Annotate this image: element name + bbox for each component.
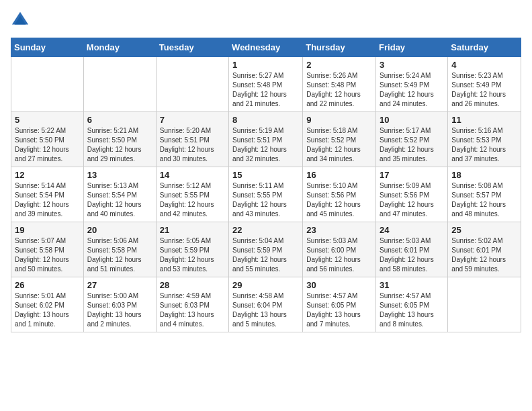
- calendar-cell: [83, 57, 156, 112]
- weekday-header-row: SundayMondayTuesdayWednesdayThursdayFrid…: [11, 38, 521, 57]
- weekday-header-sunday: Sunday: [11, 38, 84, 57]
- weekday-header-monday: Monday: [83, 38, 156, 57]
- day-number: 21: [160, 225, 225, 235]
- logo-icon: [11, 11, 30, 30]
- calendar-cell: 18Sunrise: 5:08 AM Sunset: 5:57 PM Dayli…: [448, 167, 521, 222]
- calendar-cell: 24Sunrise: 5:03 AM Sunset: 6:01 PM Dayli…: [376, 222, 448, 277]
- calendar-cell: 5Sunrise: 5:22 AM Sunset: 5:50 PM Daylig…: [11, 112, 84, 167]
- day-info: Sunrise: 5:19 AM Sunset: 5:51 PM Dayligh…: [232, 126, 299, 164]
- day-info: Sunrise: 5:02 AM Sunset: 6:01 PM Dayligh…: [451, 236, 517, 274]
- calendar-week-row: 19Sunrise: 5:07 AM Sunset: 5:58 PM Dayli…: [11, 222, 521, 277]
- weekday-header-friday: Friday: [376, 38, 448, 57]
- day-number: 30: [306, 280, 372, 290]
- day-info: Sunrise: 5:27 AM Sunset: 5:48 PM Dayligh…: [232, 71, 299, 109]
- day-number: 8: [232, 115, 299, 125]
- calendar-cell: 9Sunrise: 5:18 AM Sunset: 5:52 PM Daylig…: [303, 112, 376, 167]
- day-number: 19: [15, 225, 80, 235]
- weekday-header-wednesday: Wednesday: [229, 38, 303, 57]
- day-number: 12: [15, 170, 80, 180]
- day-number: 16: [306, 170, 372, 180]
- day-number: 26: [15, 280, 80, 290]
- day-info: Sunrise: 5:20 AM Sunset: 5:51 PM Dayligh…: [160, 126, 225, 164]
- day-number: 22: [232, 225, 299, 235]
- day-info: Sunrise: 5:14 AM Sunset: 5:54 PM Dayligh…: [15, 181, 80, 219]
- day-number: 25: [451, 225, 517, 235]
- day-info: Sunrise: 5:08 AM Sunset: 5:57 PM Dayligh…: [451, 181, 517, 219]
- day-info: Sunrise: 5:03 AM Sunset: 6:00 PM Dayligh…: [306, 236, 372, 274]
- calendar-cell: 13Sunrise: 5:13 AM Sunset: 5:54 PM Dayli…: [83, 167, 156, 222]
- day-info: Sunrise: 5:26 AM Sunset: 5:48 PM Dayligh…: [306, 71, 372, 109]
- day-info: Sunrise: 5:16 AM Sunset: 5:53 PM Dayligh…: [451, 126, 517, 164]
- day-number: 13: [87, 170, 152, 180]
- day-info: Sunrise: 5:03 AM Sunset: 6:01 PM Dayligh…: [380, 236, 444, 274]
- day-info: Sunrise: 5:07 AM Sunset: 5:58 PM Dayligh…: [15, 236, 80, 274]
- day-number: 14: [160, 170, 225, 180]
- day-number: 24: [380, 225, 444, 235]
- calendar-cell: 6Sunrise: 5:21 AM Sunset: 5:50 PM Daylig…: [83, 112, 156, 167]
- day-info: Sunrise: 5:23 AM Sunset: 5:49 PM Dayligh…: [451, 71, 517, 109]
- day-number: 20: [87, 225, 152, 235]
- calendar-cell: 29Sunrise: 4:58 AM Sunset: 6:04 PM Dayli…: [229, 277, 303, 332]
- calendar-cell: 28Sunrise: 4:59 AM Sunset: 6:03 PM Dayli…: [156, 277, 228, 332]
- day-info: Sunrise: 5:09 AM Sunset: 5:56 PM Dayligh…: [380, 181, 444, 219]
- calendar-week-row: 1Sunrise: 5:27 AM Sunset: 5:48 PM Daylig…: [11, 57, 521, 112]
- day-info: Sunrise: 4:57 AM Sunset: 6:05 PM Dayligh…: [380, 291, 444, 329]
- calendar-cell: 25Sunrise: 5:02 AM Sunset: 6:01 PM Dayli…: [448, 222, 521, 277]
- day-number: 1: [232, 60, 299, 70]
- day-info: Sunrise: 4:57 AM Sunset: 6:05 PM Dayligh…: [306, 291, 372, 329]
- day-number: 27: [87, 280, 152, 290]
- day-number: 28: [160, 280, 225, 290]
- day-info: Sunrise: 5:17 AM Sunset: 5:52 PM Dayligh…: [380, 126, 444, 164]
- calendar-cell: 15Sunrise: 5:11 AM Sunset: 5:55 PM Dayli…: [229, 167, 303, 222]
- calendar-cell: [11, 57, 84, 112]
- day-info: Sunrise: 5:24 AM Sunset: 5:49 PM Dayligh…: [380, 71, 444, 109]
- calendar-table: SundayMondayTuesdayWednesdayThursdayFrid…: [11, 38, 521, 332]
- calendar-cell: 22Sunrise: 5:04 AM Sunset: 5:59 PM Dayli…: [229, 222, 303, 277]
- calendar-cell: 1Sunrise: 5:27 AM Sunset: 5:48 PM Daylig…: [229, 57, 303, 112]
- day-info: Sunrise: 5:04 AM Sunset: 5:59 PM Dayligh…: [232, 236, 299, 274]
- day-number: 29: [232, 280, 299, 290]
- day-info: Sunrise: 5:22 AM Sunset: 5:50 PM Dayligh…: [15, 126, 80, 164]
- day-number: 23: [306, 225, 372, 235]
- day-number: 11: [451, 115, 517, 125]
- calendar-cell: 10Sunrise: 5:17 AM Sunset: 5:52 PM Dayli…: [376, 112, 448, 167]
- day-info: Sunrise: 4:58 AM Sunset: 6:04 PM Dayligh…: [232, 291, 299, 329]
- calendar-week-row: 26Sunrise: 5:01 AM Sunset: 6:02 PM Dayli…: [11, 277, 521, 332]
- calendar-cell: 16Sunrise: 5:10 AM Sunset: 5:56 PM Dayli…: [303, 167, 376, 222]
- calendar-cell: 17Sunrise: 5:09 AM Sunset: 5:56 PM Dayli…: [376, 167, 448, 222]
- day-number: 2: [306, 60, 372, 70]
- day-number: 7: [160, 115, 225, 125]
- calendar-cell: 8Sunrise: 5:19 AM Sunset: 5:51 PM Daylig…: [229, 112, 303, 167]
- calendar-cell: 14Sunrise: 5:12 AM Sunset: 5:55 PM Dayli…: [156, 167, 228, 222]
- day-number: 31: [380, 280, 444, 290]
- day-info: Sunrise: 5:06 AM Sunset: 5:58 PM Dayligh…: [87, 236, 152, 274]
- day-info: Sunrise: 5:00 AM Sunset: 6:03 PM Dayligh…: [87, 291, 152, 329]
- page-header: [11, 11, 521, 30]
- calendar-cell: 7Sunrise: 5:20 AM Sunset: 5:51 PM Daylig…: [156, 112, 228, 167]
- calendar-week-row: 5Sunrise: 5:22 AM Sunset: 5:50 PM Daylig…: [11, 112, 521, 167]
- day-number: 9: [306, 115, 372, 125]
- day-number: 5: [15, 115, 80, 125]
- calendar-cell: 23Sunrise: 5:03 AM Sunset: 6:00 PM Dayli…: [303, 222, 376, 277]
- day-info: Sunrise: 5:01 AM Sunset: 6:02 PM Dayligh…: [15, 291, 80, 329]
- calendar-cell: [448, 277, 521, 332]
- weekday-header-thursday: Thursday: [303, 38, 376, 57]
- day-info: Sunrise: 5:18 AM Sunset: 5:52 PM Dayligh…: [306, 126, 372, 164]
- day-info: Sunrise: 5:13 AM Sunset: 5:54 PM Dayligh…: [87, 181, 152, 219]
- day-info: Sunrise: 5:05 AM Sunset: 5:59 PM Dayligh…: [160, 236, 225, 274]
- calendar-cell: 31Sunrise: 4:57 AM Sunset: 6:05 PM Dayli…: [376, 277, 448, 332]
- calendar-cell: 21Sunrise: 5:05 AM Sunset: 5:59 PM Dayli…: [156, 222, 228, 277]
- weekday-header-tuesday: Tuesday: [156, 38, 228, 57]
- calendar-cell: [156, 57, 228, 112]
- calendar-cell: 4Sunrise: 5:23 AM Sunset: 5:49 PM Daylig…: [448, 57, 521, 112]
- day-number: 17: [380, 170, 444, 180]
- calendar-cell: 2Sunrise: 5:26 AM Sunset: 5:48 PM Daylig…: [303, 57, 376, 112]
- day-number: 10: [380, 115, 444, 125]
- calendar-cell: 30Sunrise: 4:57 AM Sunset: 6:05 PM Dayli…: [303, 277, 376, 332]
- calendar-cell: 3Sunrise: 5:24 AM Sunset: 5:49 PM Daylig…: [376, 57, 448, 112]
- day-info: Sunrise: 5:10 AM Sunset: 5:56 PM Dayligh…: [306, 181, 372, 219]
- calendar-cell: 19Sunrise: 5:07 AM Sunset: 5:58 PM Dayli…: [11, 222, 84, 277]
- day-number: 4: [451, 60, 517, 70]
- day-info: Sunrise: 5:12 AM Sunset: 5:55 PM Dayligh…: [160, 181, 225, 219]
- day-info: Sunrise: 5:21 AM Sunset: 5:50 PM Dayligh…: [87, 126, 152, 164]
